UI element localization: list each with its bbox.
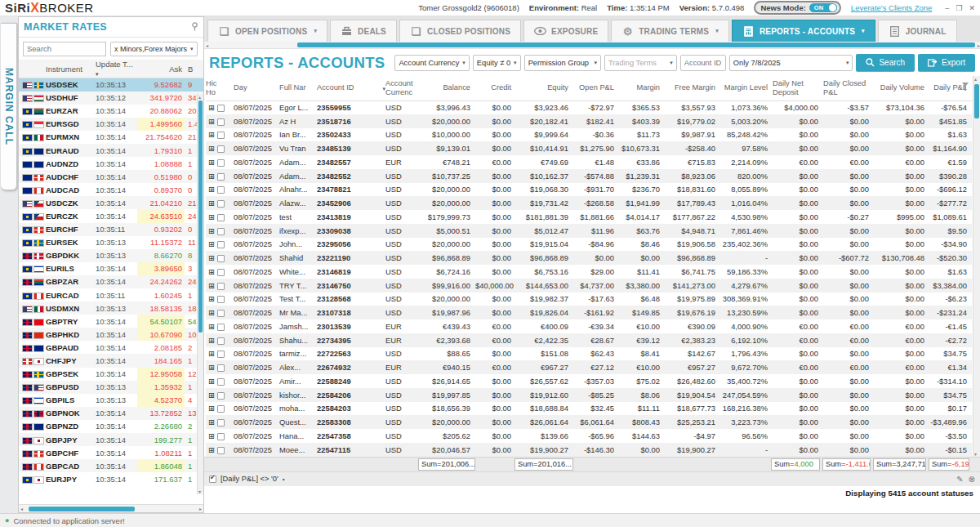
- row-checkbox[interactable]: [217, 118, 225, 126]
- col-daily-net-deposit[interactable]: Daily NetDeposit: [773, 76, 823, 100]
- row-checkbox[interactable]: [217, 269, 225, 276]
- market-row[interactable]: EURCZK 10:35:14 24.63510 24: [19, 209, 203, 222]
- market-vertical-scrollbar[interactable]: ▴ ▾: [197, 94, 203, 494]
- row-checkbox[interactable]: [217, 132, 225, 139]
- col-ask[interactable]: Ask: [137, 60, 185, 78]
- account-row[interactable]: ⊞ 08/07/2025 tarmiz... 22722563 USD $88.…: [206, 347, 972, 361]
- account-row[interactable]: ⊞ 08/07/2025 test 23413819 USD $179,999.…: [206, 210, 972, 224]
- account-row[interactable]: ⊞ 08/07/2025 Adam... 23482552 USD $10,73…: [206, 169, 972, 183]
- tab-open-positions[interactable]: ❏OPEN POSITIONS▾: [207, 20, 327, 42]
- row-checkbox[interactable]: [217, 255, 225, 262]
- market-row[interactable]: EURJPY 10:35:14 171.637 1: [19, 472, 203, 485]
- col-day[interactable]: Day: [234, 76, 279, 100]
- col-instrument[interactable]: Instrument: [46, 60, 96, 78]
- margin-call-tab[interactable]: MARGIN CALL: [1, 23, 17, 190]
- col-daily-closed-pl[interactable]: Daily ClosedP&L: [823, 76, 874, 100]
- row-checkbox[interactable]: [217, 337, 225, 345]
- expand-row-icon[interactable]: ⊞: [206, 224, 217, 238]
- account-row[interactable]: ⊞ 08/07/2025 Jamsh... 23013539 EUR €439.…: [206, 319, 972, 333]
- filter-funnel-icon[interactable]: [962, 83, 969, 87]
- account-row[interactable]: ⊞ 08/07/2025 Shahid 23221190 USD $96,868…: [206, 251, 972, 265]
- row-checkbox[interactable]: [217, 378, 225, 386]
- scroll-right-icon[interactable]: ▸: [199, 506, 202, 511]
- account-row[interactable]: ⊞ 08/07/2025 TRY T... 23146750 USD $99,9…: [206, 279, 972, 293]
- market-row[interactable]: USDSEK 10:35:13 9.52682 9: [19, 78, 203, 92]
- market-row[interactable]: GBPTRY 10:35:14 54.50107 54: [19, 315, 203, 328]
- account-row[interactable]: ⊞ 08/07/2025 Mr Ma... 23107318 USD $19,9…: [206, 306, 972, 319]
- market-row[interactable]: EURCAD 10:35:11 1.60245 1: [19, 288, 203, 301]
- market-row[interactable]: EURZAR 10:35:14 20.88062 20: [19, 105, 203, 118]
- expand-row-icon[interactable]: ⊞: [206, 238, 217, 252]
- market-row[interactable]: AUDCHF 10:35:14 0.51980 0: [19, 170, 203, 183]
- scroll-thumb[interactable]: [198, 100, 203, 333]
- col-open-pl[interactable]: Open P&L: [573, 76, 619, 100]
- market-row[interactable]: EURCHF 10:35:11 0.93202 0: [19, 223, 203, 236]
- date-filter[interactable]: Only 7/8/2025▾: [729, 55, 853, 71]
- scroll-left-icon[interactable]: ◂: [20, 506, 23, 511]
- row-checkbox[interactable]: [217, 145, 225, 153]
- clients-zone-link[interactable]: Leverate's Clients Zone: [851, 3, 933, 12]
- col-daily-volume[interactable]: Daily Volume: [874, 76, 929, 100]
- table-vertical-scrollbar[interactable]: ▴ ▾: [973, 76, 980, 457]
- market-row[interactable]: USDHUF 10:35:12 341.9720 34: [19, 92, 203, 105]
- tab-journal[interactable]: JOURNAL: [878, 20, 957, 42]
- tab-closed-positions[interactable]: ❏CLOSED POSITIONS: [399, 20, 521, 42]
- market-horizontal-scrollbar[interactable]: ◂ ▸: [19, 504, 203, 512]
- row-checkbox[interactable]: [217, 392, 225, 400]
- news-mode-toggle[interactable]: ON: [809, 3, 837, 12]
- tab-trading-terms[interactable]: ⚙TRADING TERMS▾: [611, 20, 729, 42]
- market-row[interactable]: EURAUD 10:35:14 1.79310 1: [19, 144, 203, 157]
- expand-row-icon[interactable]: ⊞: [206, 279, 217, 293]
- row-checkbox[interactable]: [217, 200, 225, 208]
- clear-filter-icon[interactable]: ⊗: [969, 475, 975, 484]
- account-row[interactable]: ⊞ 08/07/2025 Adam... 23482557 EUR €748.2…: [206, 155, 972, 169]
- market-row[interactable]: GBPCHF 10:35:14 1.08211 1: [19, 446, 203, 459]
- row-checkbox[interactable]: [217, 310, 225, 317]
- row-checkbox[interactable]: [217, 214, 225, 221]
- account-row[interactable]: ⊞ 08/07/2025 Quest... 22583308 USD $20,0…: [206, 415, 972, 429]
- expand-row-icon[interactable]: ⊞: [206, 114, 217, 128]
- search-button[interactable]: Search: [856, 54, 915, 71]
- market-row[interactable]: GBPILS 10:35:13 4.52370 4: [19, 394, 203, 407]
- market-row[interactable]: EURILS 10:35:14 3.89650 3: [19, 262, 203, 275]
- market-row[interactable]: GBPHKD 10:35:14 10.67090 10: [19, 328, 203, 341]
- row-checkbox[interactable]: [217, 228, 225, 235]
- main-horizontal-scrollbar[interactable]: ◂ ▸: [204, 42, 980, 49]
- account-row[interactable]: ⊞ 08/07/2025 Alnahr... 23478821 USD $20,…: [206, 183, 972, 197]
- scroll-down-icon[interactable]: ▾: [198, 489, 201, 494]
- expand-row-icon[interactable]: ⊞: [206, 293, 217, 306]
- row-checkbox[interactable]: [217, 324, 225, 331]
- market-row[interactable]: GBPCAD 10:35:14 1.86048 1: [19, 459, 203, 472]
- col-update-time[interactable]: Update T... ▾: [96, 60, 137, 78]
- expand-row-icon[interactable]: ⊞: [206, 388, 217, 402]
- equity-filter[interactable]: Equity ≠ 0▾: [473, 55, 521, 71]
- market-row[interactable]: GBPNOK 10:35:14 13.72852 13: [19, 407, 203, 420]
- expand-row-icon[interactable]: ⊞: [206, 128, 217, 142]
- filter-checkbox[interactable]: [209, 476, 216, 483]
- permission-group-filter[interactable]: Permission Group▾: [524, 55, 601, 71]
- expand-row-icon[interactable]: ⊞: [206, 141, 217, 155]
- market-row[interactable]: GBPJPY 10:35:14 199.277 1: [19, 433, 203, 446]
- col-account-id[interactable]: Account ID▾: [317, 76, 385, 100]
- row-checkbox[interactable]: [217, 173, 225, 181]
- row-checkbox[interactable]: [217, 241, 225, 248]
- account-row[interactable]: ⊞ 08/07/2025 kishor... 22584206 USD $19,…: [206, 388, 972, 402]
- expand-row-icon[interactable]: ⊞: [206, 265, 217, 279]
- row-checkbox[interactable]: [217, 405, 225, 413]
- account-row[interactable]: ⊞ 08/07/2025 Ian Br... 23502433 USD $10,…: [206, 128, 972, 142]
- account-row[interactable]: ⊞ 08/07/2025 Vu Tran 23485139 USD $9,139…: [206, 141, 972, 155]
- tab-reports-accounts[interactable]: REPORTS - ACCOUNTS▾: [732, 20, 875, 42]
- scroll-left-icon[interactable]: ◂: [206, 42, 208, 48]
- row-checkbox[interactable]: [217, 105, 225, 112]
- row-checkbox[interactable]: [217, 159, 225, 167]
- expand-row-icon[interactable]: ⊞: [206, 402, 217, 416]
- close-icon[interactable]: ✕: [969, 4, 975, 12]
- col-bid[interactable]: B: [185, 60, 203, 78]
- expand-row-icon[interactable]: ⊞: [206, 306, 217, 319]
- account-row[interactable]: ⊞ 08/07/2025 John... 23295056 USD $20,00…: [206, 238, 972, 252]
- scroll-thumb[interactable]: [974, 84, 979, 118]
- expand-row-icon[interactable]: ⊞: [206, 196, 217, 210]
- scroll-up-icon[interactable]: ▴: [974, 76, 977, 82]
- expand-row-icon[interactable]: ⊞: [206, 429, 217, 443]
- col-account-currency[interactable]: AccountCurrenc: [385, 76, 420, 100]
